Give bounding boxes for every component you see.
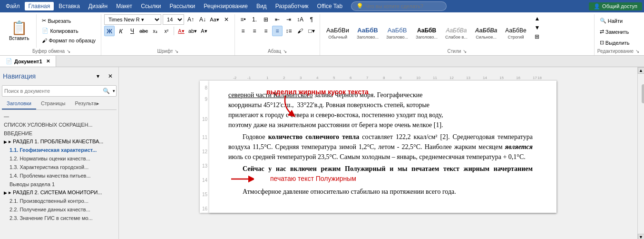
line-spacing-button[interactable]: ↕≡: [283, 26, 294, 36]
increase-font-button[interactable]: A↑: [185, 14, 196, 25]
text-color-button[interactable]: A▾: [199, 26, 209, 36]
nav-section2[interactable]: ▶ ▸ РАЗДЕЛ 2. СИСТЕМА МОНИТОРИ...: [2, 189, 117, 197]
style-heading2[interactable]: АаБбВ Заголово...: [383, 14, 411, 41]
menu-links[interactable]: Ссылки: [137, 2, 165, 10]
align-right-button[interactable]: ≡: [261, 26, 271, 36]
ruler: -2 -1 1 2 3 4 5 6 7 8 9 10 11 12 13 14 1…: [200, 71, 556, 80]
menu-view[interactable]: Вид: [253, 2, 271, 10]
search-icon[interactable]: 🔍: [101, 88, 112, 94]
nav-tab-headings[interactable]: Заголовки: [2, 99, 36, 110]
multilevel-button[interactable]: ⊞: [261, 14, 271, 25]
select-icon: ⊡: [600, 40, 604, 46]
font-size-select[interactable]: 14: [163, 14, 184, 25]
expand-icon[interactable]: ↘: [67, 49, 70, 54]
cut-button[interactable]: ✂ Вырезать: [39, 16, 98, 25]
nav-search-wrap: 🔍 ▾: [2, 85, 117, 97]
show-marks-button[interactable]: ¶: [306, 14, 317, 25]
expand-icon[interactable]: ↘: [283, 49, 287, 54]
group-paragraph: ≡• 1. ⊞ ⇤ ⇥ ↕A ¶ ≡ ≡ ≡ ≡ ↕≡ 🖌 □▾: [235, 14, 320, 55]
menu-officetab[interactable]: Office Tab: [313, 2, 347, 10]
strikethrough-button[interactable]: abc: [138, 26, 149, 36]
menu-review[interactable]: Рецензирование: [200, 2, 252, 10]
highlight-button[interactable]: ab▾: [187, 26, 198, 36]
superscript-button[interactable]: x²: [161, 26, 172, 36]
bold-button[interactable]: Ж: [104, 26, 115, 36]
sort-button[interactable]: ↕A: [295, 14, 305, 25]
nav-search-input[interactable]: [2, 88, 101, 94]
clear-format-button[interactable]: ✕: [221, 14, 232, 25]
copy-button[interactable]: 📄 Копировать: [39, 26, 98, 35]
underline-button[interactable]: Ч: [127, 26, 137, 36]
align-left-button[interactable]: ≡: [238, 26, 248, 36]
menu-insert[interactable]: Вставка: [55, 2, 84, 10]
nav-item-1-1[interactable]: 1.1. Геофизическая характерист...: [2, 146, 117, 154]
case-button[interactable]: Aa▾: [209, 14, 220, 25]
styles-scroll-down[interactable]: ▼: [532, 23, 542, 32]
increase-indent-button[interactable]: ⇥: [283, 14, 294, 25]
nav-close-icon[interactable]: ✕: [105, 71, 116, 81]
nav-item-abbrev[interactable]: СПИСОК УСЛОВНЫХ СОКРАЩЕН...: [2, 120, 117, 129]
share-button[interactable]: 👤 Общий доступ: [589, 2, 642, 10]
nav-item-2-1[interactable]: 2.1. Производственный контро...: [2, 197, 117, 205]
search-dropdown-icon[interactable]: ▾: [112, 89, 116, 93]
nav-tab-pages[interactable]: Страницы: [36, 99, 70, 110]
align-center-button[interactable]: ≡: [249, 26, 260, 36]
justify-button[interactable]: ≡: [272, 26, 283, 36]
document-page[interactable]: северной части Каламитского залива Черно…: [209, 80, 556, 213]
style-heading1[interactable]: АаБбВ Заголово...: [353, 14, 382, 41]
styles-expand[interactable]: ⊞: [532, 32, 542, 41]
menu-file[interactable]: Файл: [2, 2, 24, 10]
expand-icon[interactable]: ↘: [463, 49, 467, 54]
scroll-thumb[interactable]: [642, 84, 644, 103]
expand-icon[interactable]: ↘: [175, 49, 178, 54]
scroll-down-button[interactable]: ▼: [638, 234, 644, 239]
nav-section1[interactable]: ▶ ▸ РАЗДЕЛ 1. ПРОБЛЕМЫ КАЧЕСТВА...: [2, 138, 117, 146]
nav-item-2-2[interactable]: 2.2. Получение данных качеств...: [2, 205, 117, 214]
style-heading3[interactable]: АаБбВ Заголово...: [412, 14, 441, 41]
style-strict[interactable]: АаБбВе Строгий: [501, 14, 530, 41]
numbering-button[interactable]: 1.: [249, 14, 260, 25]
para-5: Годовое количество солнечного тепла сост…: [228, 132, 533, 162]
line-numbers: 8 9 10 11 12 13 14 15 16: [200, 80, 209, 213]
subscript-button[interactable]: x₂: [150, 26, 160, 36]
shading-button[interactable]: 🖌: [295, 26, 305, 36]
right-scrollbar[interactable]: ▲ ▼: [637, 67, 644, 239]
decrease-font-button[interactable]: A↓: [197, 14, 208, 25]
menu-mailings[interactable]: Рассылки: [166, 2, 199, 10]
close-tab-icon[interactable]: ✕: [46, 59, 50, 64]
replace-button[interactable]: ⇄ Заменить: [597, 27, 631, 36]
nav-item[interactable]: —: [2, 112, 117, 120]
style-subtle[interactable]: АаБбВа Слабое в...: [442, 14, 471, 41]
font-color-button[interactable]: A▾: [176, 26, 186, 36]
select-button[interactable]: ⊡ Выделить: [597, 38, 632, 47]
border-button[interactable]: □▾: [306, 26, 317, 36]
menu-home[interactable]: Главная: [25, 2, 54, 10]
nav-item-1-2[interactable]: 1.2. Нормативы оценки качеств...: [2, 154, 117, 163]
expand-icon[interactable]: ↘: [635, 49, 639, 54]
style-normal[interactable]: АаБбВи Обычный: [323, 14, 352, 41]
italic-button[interactable]: К: [116, 26, 126, 36]
bold-regime-container: Сейчас у нас включен режим Полужирный и …: [228, 164, 533, 187]
nav-item-conclusions1[interactable]: Выводы раздела 1: [2, 180, 117, 189]
officetab-doc1[interactable]: 📄 Документ1 ✕: [0, 56, 56, 67]
bullets-button[interactable]: ≡•: [238, 14, 248, 25]
find-button[interactable]: 🔍 Найти: [597, 16, 625, 25]
paste-button[interactable]: 📋 Вставить: [5, 14, 33, 48]
nav-menu-icon[interactable]: ▾: [93, 71, 103, 81]
menu-design[interactable]: Дизайн: [85, 2, 111, 10]
nav-item-1-4[interactable]: 1.4. Проблемы качества питьев...: [2, 171, 117, 180]
nav-item-intro[interactable]: ВВЕДЕНИЕ: [2, 129, 117, 138]
decrease-indent-button[interactable]: ⇤: [272, 14, 283, 25]
nav-tab-results[interactable]: Результа▸: [70, 99, 104, 110]
menu-layout[interactable]: Макет: [112, 2, 136, 10]
font-name-select[interactable]: Times New R ▾: [104, 14, 161, 25]
nav-item-2-3[interactable]: 2.3. Значение ГИС в системе мо...: [2, 214, 117, 222]
whatdo-input[interactable]: [365, 3, 441, 9]
nav-item-1-3[interactable]: 1.3. Характеристика городской...: [2, 163, 117, 171]
document-area[interactable]: -2 -1 1 2 3 4 5 6 7 8 9 10 11 12 13 14 1…: [119, 67, 637, 239]
format-painter-button[interactable]: 🖌 Формат по образцу: [39, 36, 98, 45]
scroll-up-button[interactable]: ▲: [638, 67, 644, 74]
menu-developer[interactable]: Разработчик: [272, 2, 312, 10]
styles-scroll-up[interactable]: ▲: [532, 14, 542, 23]
style-strong[interactable]: АаБбВа Сильное...: [472, 14, 501, 41]
